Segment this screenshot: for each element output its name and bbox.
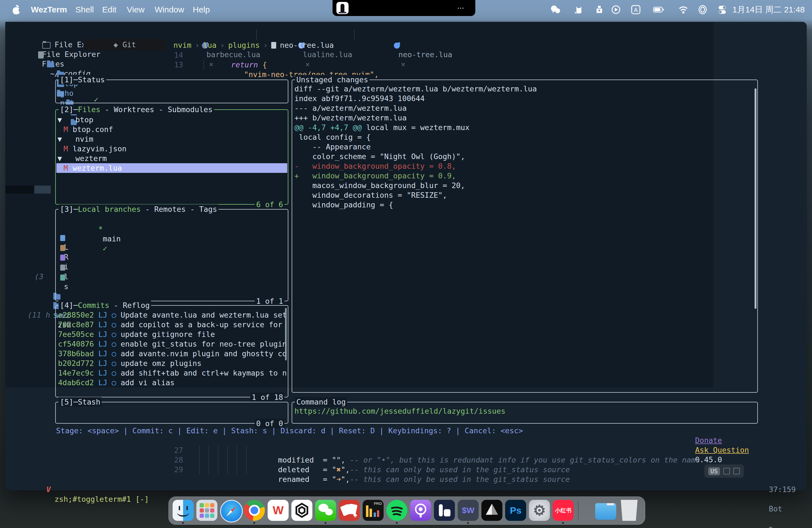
menu-app-name[interactable]: WezTerm — [31, 0, 67, 19]
lazygit-keybindings-bar: Stage: <space> | Commit: c | Edit: e | S… — [56, 426, 523, 436]
commit-node-icon: ○ — [112, 358, 116, 368]
menu-clock[interactable]: 1月14日 周二 21:48 — [733, 0, 805, 19]
dock-safari[interactable] — [220, 500, 243, 523]
input-source-menu-icon[interactable]: A — [630, 5, 642, 15]
dock-liquidtext[interactable] — [434, 500, 455, 521]
ask-question-link[interactable]: Ask Question — [695, 446, 749, 454]
file-row-selected[interactable]: Mwezterm.lua — [56, 163, 287, 173]
check-icon: ✓ — [98, 244, 107, 253]
commit-row[interactable]: cf540876LJ○enable git_status for neo-tre… — [56, 339, 286, 349]
commit-node-icon: ○ — [112, 310, 116, 320]
keyboard-option-icon — [733, 468, 740, 474]
toggleterm-title: zsh;#toggleterm#1 [-] — [46, 495, 149, 503]
stats-menu-icon[interactable] — [593, 5, 605, 15]
breadcrumb-dir[interactable]: plugins — [228, 41, 260, 50]
diff-line: +++ b/wezterm/wezterm.lua — [294, 113, 753, 122]
dock-xiaohongshu[interactable]: 小红书 — [553, 500, 574, 521]
commit-row[interactable]: 7ee505ceLJ○update gitignore file — [56, 329, 286, 339]
command-log-line[interactable]: https://github.com/jesseduffield/lazygit… — [294, 406, 505, 416]
dock-finder[interactable] — [173, 500, 193, 521]
menu-item-window[interactable]: Window — [155, 0, 184, 19]
commit-row[interactable]: 14e7ec9cLJ○add shift+tab and ctrl+w kaym… — [56, 368, 286, 378]
close-icon[interactable]: × — [394, 60, 405, 69]
lazygit-files-panel[interactable]: [2]─Files - Worktrees - Submodules ▼btop… — [55, 109, 288, 205]
files-count: 6 of 6 — [255, 200, 285, 209]
dock-system-settings[interactable]: ⚙ — [529, 500, 550, 521]
dock-divider — [578, 501, 579, 520]
running-indicator — [253, 522, 255, 524]
commit-row[interactable]: 4dab6cd2LJ○add vi alias — [56, 378, 286, 387]
commit-row[interactable]: 702c8e87LJ○add copilot as a back-up serv… — [56, 320, 286, 329]
lazygit-diff-panel[interactable]: Unstaged changes diff --git a/wezterm/we… — [292, 79, 758, 393]
tree-root[interactable]: ~/.config — [20, 49, 91, 59]
dock-launchpad[interactable] — [197, 500, 217, 521]
file-row[interactable]: Mbtop.conf — [56, 124, 287, 134]
breadcrumb: nvim › lua › plugins › neo-tree.lua — [173, 41, 334, 50]
control-center-menu-icon[interactable] — [716, 5, 728, 15]
file-row[interactable]: Mlazyvim.json — [56, 144, 287, 153]
dock-downloads-folder[interactable] — [595, 503, 616, 520]
cleaner-menu-icon[interactable] — [697, 5, 709, 15]
line-number: 13 — [166, 60, 183, 70]
wezterm-window: File Explorer File Explorer Files ◈ Git … — [5, 22, 807, 490]
file-row[interactable]: ▼btop — [56, 115, 287, 124]
dock-photoshop[interactable]: Ps — [505, 500, 526, 521]
tree-item-btop[interactable]: btop — [30, 59, 78, 69]
diff-line: local config = { — [294, 132, 753, 142]
menu-item-help[interactable]: Help — [193, 0, 210, 19]
file-row[interactable]: ▼wezterm — [56, 153, 287, 163]
tab-barbecue[interactable]: barbecue.lua × — [175, 30, 260, 40]
diff-scrollbar[interactable] — [755, 88, 756, 309]
dock-podcasts[interactable] — [410, 500, 431, 521]
wifi-menu-icon[interactable] — [677, 5, 690, 15]
sidebar-tab-files[interactable]: Files — [11, 40, 64, 49]
dock-solitaire[interactable]: ♠ — [339, 500, 360, 521]
play-menu-icon[interactable] — [610, 5, 622, 15]
check-icon: ✓ — [94, 95, 98, 104]
commit-row[interactable]: 378b6badLJ○add avante.nvim plugin and gh… — [56, 349, 286, 358]
apple-menu-icon[interactable] — [12, 5, 20, 14]
dock-money-pro[interactable]: PRO — [363, 500, 383, 521]
statusline-left: V zsh;#toggleterm#1 [-] — [19, 475, 149, 485]
dock-spotify[interactable] — [387, 500, 407, 521]
code-line-14: return { — [204, 50, 267, 60]
commit-node-icon: ○ — [112, 349, 116, 358]
scroll-indicator: Bot — [769, 504, 782, 513]
battery-menu-icon[interactable] — [652, 5, 665, 15]
commit-row[interactable]: e28850e2LJ○Update avante.lua and wezterm… — [56, 310, 286, 320]
tab-neo-tree[interactable]: neo-tree.lua × — [367, 30, 452, 40]
notch-app-icon — [336, 2, 349, 14]
dock-wechat[interactable] — [315, 500, 336, 521]
lazygit-stash-panel[interactable]: [5]─Stash 0 of 0 — [55, 402, 288, 424]
breadcrumb-dir[interactable]: nvim — [173, 41, 191, 50]
indent-guide — [208, 445, 209, 474]
file-row[interactable]: ▼nvim — [56, 134, 287, 144]
menu-item-view[interactable]: View — [127, 0, 144, 19]
lazygit-commits-panel[interactable]: [4]─Commits - Reflog e28850e2LJ○Update a… — [55, 305, 288, 397]
breadcrumb-dir[interactable]: lua — [203, 41, 217, 50]
menu-item-shell[interactable]: Shell — [75, 0, 94, 19]
svg-text:A: A — [634, 6, 638, 13]
donate-link[interactable]: Donate — [695, 436, 722, 444]
dock-prism-app[interactable] — [481, 500, 503, 521]
dock-chrome[interactable] — [244, 500, 265, 521]
lazygit-command-log-panel[interactable]: Command log https://github.com/jesseduff… — [292, 402, 758, 424]
lazygit-branches-panel[interactable]: [3]─Local branches - Remotes - Tags * ma… — [55, 209, 288, 301]
dock-money-w-app[interactable]: $W — [458, 500, 479, 521]
sidebar-tab-git[interactable]: ◈ Git — [83, 39, 166, 50]
line-number: 29 — [166, 465, 183, 474]
dock-wps-office[interactable]: W — [267, 500, 289, 521]
gear-icon: ⚙ — [529, 500, 550, 521]
commits-scrollbar[interactable] — [285, 308, 287, 361]
tab-lualine[interactable]: lualine.lua × — [271, 30, 352, 40]
wechat-menu-icon[interactable] — [550, 5, 562, 15]
diff-hunk-line: @@ -4,7 +4,7 @@ local mux = wezterm.mux — [294, 122, 753, 132]
branch-row[interactable]: * main ✓ — [62, 215, 121, 224]
status-line[interactable]: ✓ .config → main — [58, 85, 161, 95]
commit-row[interactable]: b202d772LJ○update omz plugins — [56, 358, 286, 368]
cat-menu-icon[interactable] — [573, 5, 585, 15]
dock-chatgpt[interactable] — [291, 500, 313, 521]
menu-item-edit[interactable]: Edit — [102, 0, 117, 19]
lazygit-status-panel[interactable]: [1]─Status ✓ .config → main — [55, 79, 288, 103]
ellipsis-icon[interactable]: ⋯ — [457, 0, 465, 16]
